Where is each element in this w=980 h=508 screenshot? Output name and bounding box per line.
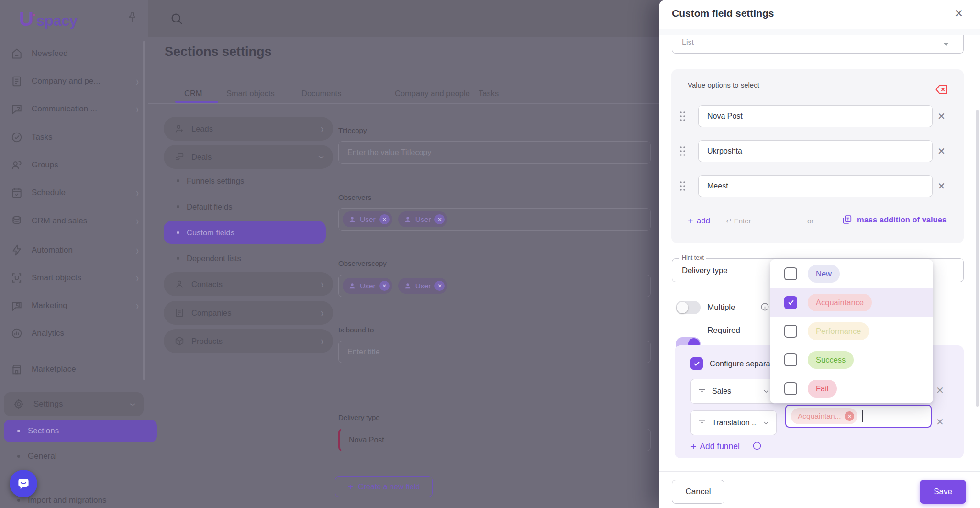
remove-value-icon[interactable]: ✕	[937, 181, 946, 191]
dropdown-option-new[interactable]: New	[770, 259, 933, 288]
checkbox[interactable]	[784, 325, 797, 338]
add-value-button[interactable]: + add	[688, 213, 710, 229]
stage-chip: Acquaintance	[808, 294, 872, 311]
value-option-input[interactable]	[698, 175, 933, 197]
plus-icon: +	[688, 216, 693, 226]
custom-field-settings-panel: Custom field settings ✕ List Value optio…	[659, 0, 980, 508]
stage-options-dropdown: New Acquaintance Performance Success Fai…	[770, 259, 933, 403]
remove-value-icon[interactable]: ✕	[937, 111, 946, 121]
mass-addition-link[interactable]: mass addition of values	[857, 215, 947, 224]
stage-chip: Success	[808, 351, 854, 369]
field-type-select[interactable]: List	[672, 35, 964, 54]
value-options-card: Value options to select ✕ ✕ ✕ + add	[671, 69, 964, 243]
drag-handle-icon[interactable]	[679, 180, 686, 192]
hint-text-floating-label: Hint text	[679, 254, 706, 261]
footer-divider	[659, 471, 980, 472]
remove-funnel-icon[interactable]: ✕	[936, 417, 944, 427]
filter-icon	[698, 419, 706, 427]
save-button[interactable]: Save	[920, 480, 966, 504]
info-icon[interactable]	[752, 441, 762, 451]
funnel-select-translation[interactable]: Translation ...	[690, 410, 777, 435]
mass-addition-icon	[842, 214, 852, 225]
remove-tag-icon[interactable]: ✕	[845, 411, 854, 421]
remove-funnel-icon[interactable]: ✕	[936, 386, 944, 395]
dropdown-option-success[interactable]: Success	[770, 345, 933, 374]
configure-separately-checkbox[interactable]	[690, 357, 703, 370]
toggle-knob	[677, 302, 688, 313]
stage-chip: Performance	[808, 322, 869, 340]
stage-tag-chip: Acquaintan... ✕	[791, 408, 858, 424]
value-option-input[interactable]	[698, 140, 933, 162]
stage-tags-input[interactable]: Acquaintan... ✕	[785, 405, 932, 428]
filter-icon	[698, 387, 706, 396]
panel-scrollbar[interactable]	[976, 110, 979, 407]
chevron-down-icon	[943, 43, 949, 46]
add-funnel-button[interactable]: + Add funnel	[690, 439, 740, 453]
close-icon[interactable]: ✕	[954, 8, 963, 19]
enter-key-hint: ↵ Enter	[726, 217, 751, 225]
cancel-button[interactable]: Cancel	[672, 480, 724, 504]
modal-backdrop[interactable]	[0, 0, 659, 508]
panel-header-strip	[659, 29, 980, 35]
delete-all-values-icon[interactable]	[935, 84, 948, 95]
multiple-toggle[interactable]	[676, 301, 701, 314]
info-icon[interactable]	[760, 302, 769, 311]
required-label: Required	[707, 326, 740, 335]
checkbox[interactable]	[784, 382, 797, 395]
drag-handle-icon[interactable]	[679, 110, 686, 122]
or-label: or	[807, 217, 813, 225]
checkbox[interactable]	[784, 296, 797, 309]
plus-icon: +	[690, 442, 696, 452]
drag-handle-icon[interactable]	[679, 145, 686, 157]
text-cursor	[862, 410, 863, 422]
checkbox[interactable]	[784, 353, 797, 366]
value-options-label: Value options to select	[688, 81, 759, 89]
chevron-down-icon	[763, 388, 769, 395]
dropdown-option-acquaintance[interactable]: Acquaintance	[770, 288, 933, 317]
stage-chip: Fail	[808, 380, 837, 398]
remove-value-icon[interactable]: ✕	[937, 146, 946, 156]
stage-chip: New	[808, 265, 840, 283]
app-root: U·spacy Newsfeed Company and pe... › Com…	[0, 0, 980, 508]
multiple-label: Multiple	[707, 303, 735, 312]
dropdown-option-fail[interactable]: Fail	[770, 374, 933, 403]
dropdown-option-performance[interactable]: Performance	[770, 317, 933, 345]
value-option-input[interactable]	[698, 105, 933, 127]
panel-title: Custom field settings	[672, 8, 774, 19]
funnel-select-sales[interactable]: Sales	[690, 379, 777, 404]
chevron-down-icon	[763, 420, 769, 426]
checkbox[interactable]	[784, 267, 797, 280]
